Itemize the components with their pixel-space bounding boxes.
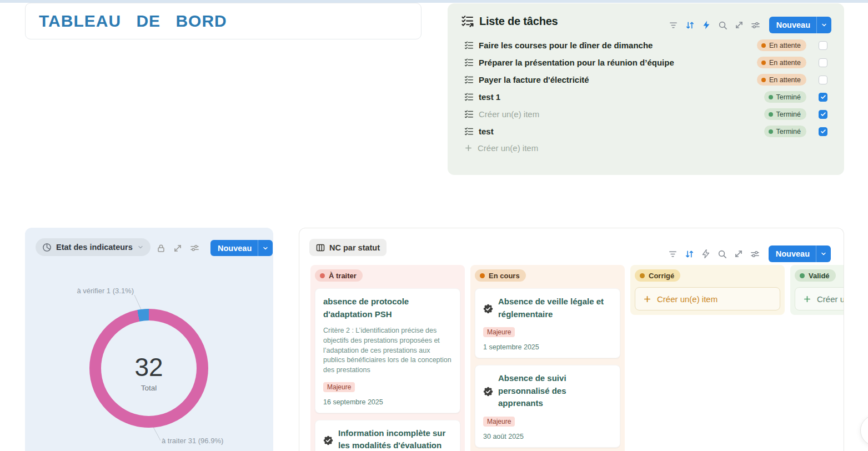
- status-badge[interactable]: En attente: [757, 57, 806, 68]
- column-status-badge[interactable]: En cours: [475, 269, 526, 282]
- card-body: Critère 2 : L’identification précise des…: [323, 326, 452, 375]
- severity-badge: Majeure: [323, 382, 355, 392]
- verified-seal-icon: [323, 429, 333, 451]
- status-badge[interactable]: Terminé: [764, 108, 806, 120]
- bolt-icon[interactable]: [702, 21, 711, 29]
- page-title: TABLEAU DE BORD: [39, 12, 227, 31]
- task-row[interactable]: test Terminé: [464, 123, 827, 140]
- donut-center: 32 Total: [101, 320, 197, 416]
- status-dot: [769, 112, 773, 117]
- task-row[interactable]: test 1 Terminé: [464, 88, 827, 106]
- task-row[interactable]: Préparer la présentation pour la réunion…: [464, 54, 827, 71]
- kanban-card[interactable]: Information incomplète sur les modalités…: [315, 420, 460, 451]
- status-badge[interactable]: En attente: [757, 39, 806, 51]
- verified-seal-icon: [483, 297, 493, 320]
- status-dot: [761, 43, 766, 48]
- donut-total-value: 32: [134, 352, 163, 382]
- donut-chart: 32 Total: [89, 309, 208, 428]
- status-dot: [769, 129, 773, 134]
- plus-icon: [803, 295, 811, 303]
- tasks-panel-header: Liste de tâches: [461, 14, 558, 28]
- kanban-new-button[interactable]: Nouveau: [769, 245, 831, 262]
- chevron-down-icon[interactable]: [817, 17, 831, 33]
- sort-icon[interactable]: [685, 249, 694, 259]
- status-badge[interactable]: En attente: [757, 74, 806, 86]
- task-list: Faire les courses pour le dîner de diman…: [464, 37, 827, 140]
- checklist-icon: [464, 75, 474, 84]
- task-checkbox[interactable]: [819, 76, 827, 84]
- kanban-column-corrige: Corrigé Créer un(e) item: [630, 265, 785, 315]
- status-badge[interactable]: Terminé: [764, 126, 806, 137]
- card-title: absence de protocole d'adaptation PSH: [323, 295, 452, 320]
- expand-icon[interactable]: [173, 244, 182, 253]
- kanban-view-name: NC par statut: [329, 243, 380, 252]
- donut-label-averifier: à vérifier 1 (3.1%): [47, 287, 134, 295]
- task-checkbox[interactable]: [819, 110, 827, 119]
- column-status-badge[interactable]: À traiter: [315, 269, 363, 282]
- checklist-icon: [464, 127, 474, 136]
- search-icon[interactable]: [718, 249, 727, 259]
- filter-icon[interactable]: [668, 249, 678, 259]
- bolt-icon[interactable]: [701, 249, 710, 258]
- task-checkbox[interactable]: [819, 41, 827, 50]
- sliders-icon[interactable]: [750, 249, 760, 259]
- chevron-down-icon: [137, 244, 144, 250]
- task-row[interactable]: Faire les courses pour le dîner de diman…: [464, 37, 827, 54]
- expand-icon[interactable]: [734, 249, 743, 258]
- task-label: test: [479, 127, 494, 136]
- filter-icon[interactable]: [669, 21, 678, 30]
- kanban-toolbar: Nouveau: [668, 245, 831, 262]
- kanban-view-selector[interactable]: NC par statut: [309, 239, 387, 256]
- status-dot: [480, 273, 485, 278]
- task-checkbox[interactable]: [819, 58, 827, 67]
- sort-icon[interactable]: [685, 21, 695, 30]
- add-task-button[interactable]: Créer un(e) item: [464, 143, 538, 153]
- add-item-button[interactable]: Créer un(e) item: [795, 287, 844, 310]
- status-badge[interactable]: Terminé: [764, 91, 806, 103]
- help-button[interactable]: [860, 415, 868, 446]
- indicators-new-button[interactable]: Nouveau: [210, 240, 273, 256]
- dashboard-page: TABLEAU DE BORD Liste de tâches: [0, 0, 868, 451]
- kanban-new-button-label: Nouveau: [769, 245, 816, 262]
- status-dot: [769, 95, 773, 99]
- column-status-badge[interactable]: Validé: [795, 269, 836, 282]
- add-item-label: Créer un(e) item: [657, 294, 718, 304]
- verified-seal-icon: [483, 374, 493, 410]
- kanban-card[interactable]: absence de protocole d'adaptation PSH Cr…: [315, 288, 460, 413]
- kanban-column-valide: Validé Créer un(e) item: [790, 265, 844, 315]
- kanban-columns: À traiter absence de protocole d'adaptat…: [310, 265, 844, 451]
- task-label: test 1: [479, 92, 500, 102]
- sliders-icon[interactable]: [751, 21, 760, 30]
- task-row[interactable]: Payer la facture d'électricité En attent…: [464, 71, 827, 88]
- task-row[interactable]: Créer un(e) item Terminé: [464, 106, 827, 123]
- tasks-toolbar: Nouveau: [669, 17, 831, 33]
- pie-chart-icon: [42, 243, 52, 252]
- card-date: 1 septembre 2025: [483, 343, 612, 351]
- column-status-badge[interactable]: Corrigé: [635, 269, 680, 282]
- checklist-icon: [464, 92, 474, 102]
- card-title: Absence de veille légale et réglementair…: [498, 295, 612, 320]
- indicators-view-name: Etat des indicateurs: [56, 243, 133, 252]
- tasks-new-button-label: Nouveau: [769, 17, 816, 33]
- search-icon[interactable]: [718, 21, 727, 30]
- indicators-toolbar: [157, 243, 199, 253]
- checklist-icon: [464, 58, 474, 67]
- chevron-down-icon[interactable]: [816, 245, 831, 262]
- chevron-down-icon[interactable]: [258, 240, 273, 256]
- lock-icon[interactable]: [157, 244, 165, 253]
- indicators-new-button-label: Nouveau: [210, 240, 258, 256]
- severity-badge: Majeure: [483, 417, 515, 427]
- page-title-box[interactable]: TABLEAU DE BORD: [25, 3, 422, 39]
- indicators-view-selector[interactable]: Etat des indicateurs: [36, 238, 150, 256]
- task-checkbox[interactable]: [819, 127, 827, 136]
- kanban-card[interactable]: Absence de suivi personnalisé des appren…: [475, 365, 620, 448]
- task-checkbox[interactable]: [819, 93, 827, 102]
- kanban-card[interactable]: Absence de veille légale et réglementair…: [475, 288, 620, 358]
- add-task-label: Créer un(e) item: [478, 143, 538, 153]
- add-item-button[interactable]: Créer un(e) item: [635, 287, 780, 310]
- sliders-icon[interactable]: [190, 243, 199, 253]
- checklist-icon: [464, 109, 474, 119]
- tasks-new-button[interactable]: Nouveau: [769, 17, 831, 33]
- expand-icon[interactable]: [735, 21, 744, 29]
- task-label: Préparer la présentation pour la réunion…: [479, 58, 674, 67]
